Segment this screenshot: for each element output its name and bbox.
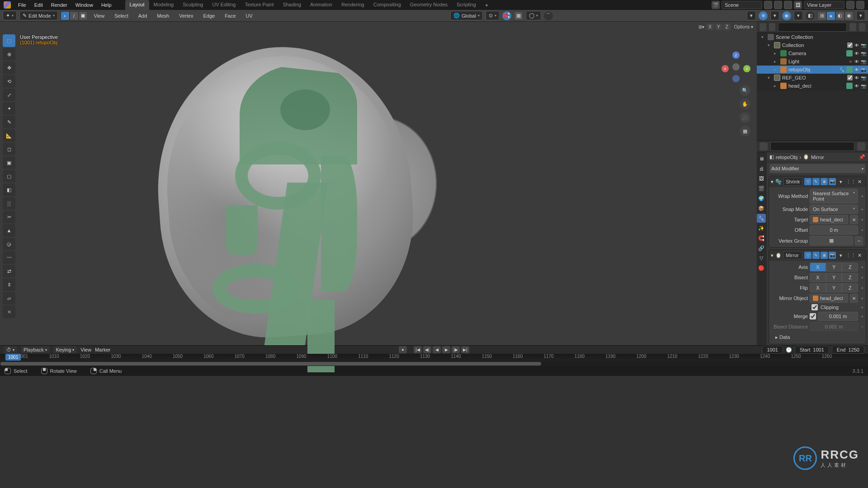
flip-y-toggle[interactable]: Y [826,283,842,292]
properties-search-input[interactable] [770,142,854,151]
viewlayer-field[interactable] [804,1,844,9]
outliner-search-input[interactable] [778,23,847,32]
menu-help[interactable]: Help [98,1,115,9]
mod-render-icon[interactable]: 📷 [829,178,836,185]
face-menu[interactable]: Face [221,12,239,20]
workspace-tab-modeling[interactable]: Modeling [149,0,179,10]
axis-x-icon[interactable]: X [722,65,729,72]
target-field[interactable]: head_deci [810,215,848,224]
eye-icon[interactable]: 👁 [854,75,859,80]
outliner-scene-collection[interactable]: Scene Collection [776,34,813,40]
workspace-tab-scripting[interactable]: Scripting [452,0,481,10]
mod-oncage-icon[interactable]: ▽ [804,252,811,259]
knife-tool[interactable]: ✂ [3,211,15,223]
move-tool[interactable]: ✥ [3,61,15,74]
mod-realtime-icon[interactable]: 🖥 [821,178,828,185]
mod-editmode-icon[interactable]: ✎ [812,178,820,185]
playback-dropdown[interactable]: Playback ▾ [21,346,50,353]
render-icon[interactable]: 📷 [861,51,866,56]
gizmo-dropdown[interactable]: ▾ [770,11,779,20]
gizmo-toggle[interactable]: ⊕ [759,11,768,20]
camera-data-icon[interactable] [846,50,853,56]
menu-render[interactable]: Render [47,1,71,9]
timeline-ruler[interactable]: 1001 10011010102010301040105010601070108… [0,354,868,362]
snap-options[interactable]: ▦ [514,11,523,20]
workspace-tab-shading[interactable]: Shading [278,0,306,10]
mod-delete-icon[interactable]: ✕ [858,253,864,258]
solid-shading-icon[interactable]: ● [826,11,835,20]
workspace-tab-texture-paint[interactable]: Texture Paint [240,0,278,10]
add-modifier-dropdown[interactable]: Add Modifier▾ [769,164,865,173]
vertex-select-button[interactable]: ▪ [61,11,70,20]
jump-nextkey-button[interactable]: |▶ [452,346,460,353]
mod-extra-icon[interactable]: ▾ [838,253,844,258]
tab-world-icon[interactable]: 🌍 [757,194,766,203]
shading-dropdown[interactable]: ▾ [856,11,865,20]
rotate-tool[interactable]: ⟲ [3,75,15,88]
play-button[interactable]: ▶ [442,346,450,353]
menu-file[interactable]: File [14,1,30,9]
scene-delete-icon[interactable] [784,1,792,9]
outliner-refgeo[interactable]: REF_GEO [782,75,806,80]
tab-physics-icon[interactable]: 🧲 [757,234,766,243]
matpreview-shading-icon[interactable]: ◐ [835,11,844,20]
rendered-shading-icon[interactable]: ◉ [844,11,854,20]
face-select-button[interactable]: ◼ [79,11,88,20]
lock-z-button[interactable]: Z [723,23,731,30]
workspace-tab-uv-editing[interactable]: UV Editing [208,0,240,10]
axis-z-icon[interactable]: Z [732,52,740,59]
mirror-object-clear-icon[interactable]: ✕ [850,294,858,303]
mirror-object-field[interactable]: head_deci [810,294,848,303]
orientation-dropdown[interactable]: 🌐 Global ▾ [450,11,483,20]
jump-end-button[interactable]: ▶| [461,346,469,353]
axis-y-icon[interactable]: Y [743,65,750,72]
viewlayer-new-icon[interactable] [846,1,854,9]
rip-tool[interactable]: ⤬ [3,305,15,318]
shrinkfatten-tool[interactable]: ⇕ [3,278,15,291]
wrap-method-dropdown[interactable]: Nearest Surface Point [810,189,858,203]
uv-menu[interactable]: UV [242,12,256,20]
annotate-tool[interactable]: ✎ [3,116,15,128]
vertexgroup-invert-icon[interactable]: ↔ [855,236,863,245]
render-icon[interactable]: 📷 [861,67,866,72]
collection-enable-checkbox[interactable] [847,75,853,80]
edge-select-button[interactable]: / [70,11,79,20]
options-dropdown[interactable]: Options ▾ [734,24,753,29]
light-data-icon[interactable]: ☀ [849,59,853,64]
viewport-header-dropdown[interactable]: ⊞▾ [698,24,704,29]
workspace-tab-animation[interactable]: Animation [306,0,337,10]
end-frame-field[interactable]: End 1250 [832,346,864,354]
workspace-tab-compositing[interactable]: Compositing [369,0,406,10]
panel-collapse-icon[interactable]: ▾ [771,179,774,185]
add-menu[interactable]: Add [135,12,151,20]
timeline-editor-icon[interactable]: ⏱▾ [4,346,17,353]
data-subpanel-toggle[interactable]: ▸ [775,334,779,340]
view-menu[interactable]: View [90,12,108,20]
scene-new-icon[interactable] [774,1,782,9]
mod-extra-icon[interactable]: ▾ [838,179,844,185]
tab-scene-icon[interactable]: 🎬 [757,184,766,193]
shear-tool[interactable]: ▱ [3,292,15,305]
proportional-curve-icon[interactable]: ⌒ [544,11,553,20]
outliner-new-collection-icon[interactable] [859,23,866,31]
mod-apply-icon[interactable]: ⋮⋮ [846,179,856,185]
outliner-filter-icon[interactable] [849,23,856,31]
pan-icon[interactable]: ✋ [740,99,750,109]
outliner-display-mode-icon[interactable] [769,23,776,31]
loopcut-tool[interactable]: ░ [3,197,15,210]
collection-enable-checkbox[interactable] [847,42,853,48]
mod-apply-icon[interactable]: ⋮⋮ [846,253,856,258]
addcube-tool[interactable]: ◻ [3,143,15,155]
select-menu[interactable]: Select [111,12,132,20]
merge-field[interactable]: 0.001 m [818,312,858,321]
play-reverse-button[interactable]: ◀ [433,346,441,353]
shrinkwrap-name-field[interactable] [783,178,802,186]
select-box-tool[interactable]: ⬚ [3,34,15,47]
inset-tool[interactable]: ▢ [3,170,15,183]
timeline-view-menu[interactable]: View [80,347,91,352]
viewlayer-delete-icon[interactable] [856,1,864,9]
snap-mode-dropdown[interactable]: On Surface [810,205,858,214]
editor-type-dropdown[interactable]: ✦▾ [3,11,17,20]
start-frame-field[interactable]: Start 1001 [795,346,829,354]
mod-oncage-icon[interactable]: ▽ [804,178,811,185]
